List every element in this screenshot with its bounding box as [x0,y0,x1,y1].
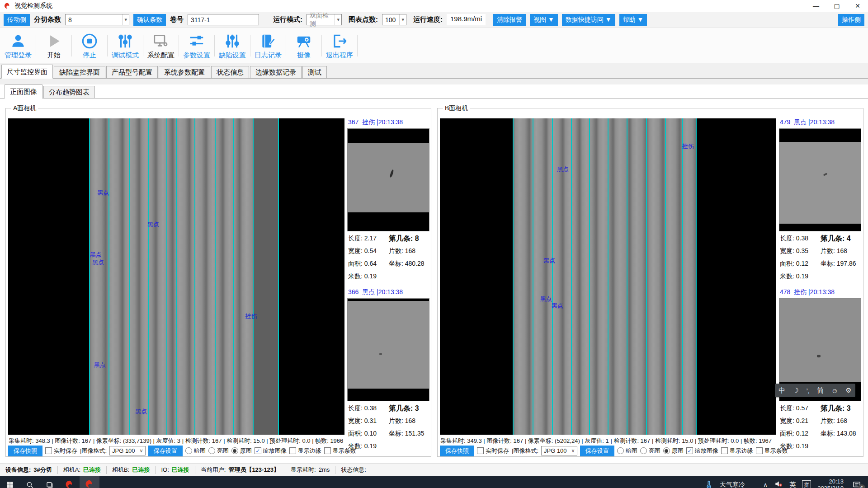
realtime-save-checkbox[interactable]: 实时保存 [45,447,77,455]
toolbar-item-defect-settings[interactable]: 缺陷设置 [215,30,250,62]
zoom-image-checkbox[interactable]: ✓缩放图像 [255,447,287,455]
tab-defect-monitor[interactable]: 缺陷监控界面 [54,66,105,78]
tab-status-info[interactable]: 状态信息 [211,66,249,78]
view-menu-button[interactable]: 视图 ▼ [530,14,558,26]
drive-side-button[interactable]: 传动侧 [4,14,30,26]
defect-list: 479 黑点 |20:13:38 长度: 0.38 第几条: 4 宽度: 0.3… [779,118,861,456]
radio-dark-image[interactable]: 暗图 [185,447,206,455]
save-settings-button[interactable]: 保存设置 [580,446,614,456]
radio-original-image[interactable]: 原图 [663,447,684,455]
taskbar-search-button[interactable] [20,476,40,488]
taskbar-time: 20:13 [817,478,844,485]
defect-card: 479 黑点 |20:13:38 长度: 0.38 第几条: 4 宽度: 0.3… [779,118,861,283]
save-snapshot-button[interactable]: 保存快照 [8,446,42,456]
toolbar-item-log-record[interactable]: 日志记录 [251,30,285,62]
camera-a-stats: 采集耗时: 348.3 | 图像计数: 167 | 像素坐标: (333,713… [9,437,346,445]
chart-points-label: 图表点数: [349,15,378,24]
run-speed-label: 运行速度: [413,15,443,24]
show-count-checkbox[interactable]: 显示条数 [756,447,788,455]
save-snapshot-button[interactable]: 保存快照 [440,446,474,456]
defect-mark [817,355,821,357]
toolbar-item-camera[interactable]: 摄像 [287,30,321,62]
film-strips-region [513,118,696,435]
clock[interactable]: 20:13 2025/2/10 [817,478,844,488]
data-access-menu-button[interactable]: 数据快捷访问 ▼ [562,14,615,26]
volume-muted-icon[interactable] [774,479,783,488]
tab-product-config[interactable]: 产品型号配置 [106,66,158,78]
radio-dark-image[interactable]: 暗图 [617,447,637,455]
toolbar-item-debug-mode[interactable]: 调试模式 [108,30,142,62]
tab-test[interactable]: 测试 [302,66,327,78]
defect-overlay-label: 黑点 [147,221,159,229]
defect-width: 宽度: 0.54 [348,247,389,255]
defect-overlay-label: 黑点 [543,257,555,265]
ime-settings-gear-icon[interactable]: ⚙ [845,386,851,394]
toolbar-item-parameter-settings[interactable]: 参数设置 [179,30,214,62]
strip-boundary-line [253,118,254,435]
chart-points-select[interactable]: 100 ▾ [382,14,406,25]
vision-app-icon [65,480,75,488]
image-format-select[interactable]: JPG 100∨ [109,446,146,455]
subtab-front-image[interactable]: 正面图像 [5,84,42,99]
language-indicator[interactable]: 英 [789,481,796,488]
tray-expand-chevron[interactable]: ∧ [763,481,768,488]
toolbar-item-exit[interactable]: 退出程序 [322,30,357,62]
strip-boundary-line [696,118,697,435]
toolbar-item-stop[interactable]: 停止 [72,30,107,62]
strip-boundary-line [513,118,514,435]
radio-bright-image[interactable]: 亮图 [640,447,660,455]
defect-card: 367 挫伤 |20:13:38 长度: 2.17 第几条: 8 宽度: 0.5… [347,118,429,283]
save-settings-button[interactable]: 保存设置 [148,446,183,456]
show-count-checkbox[interactable]: 显示条数 [324,447,356,455]
defect-card: 478 挫伤 |20:13:38 长度: 0.57 第几条: 3 宽度: 0.2… [779,288,861,453]
taskbar-app-vision-system-active[interactable] [80,476,99,488]
strip-boundary-line [108,118,109,435]
ime-punctuation-icon[interactable]: ’, [806,387,810,394]
maximize-button[interactable]: ▢ [826,0,847,12]
toolbar-item-start[interactable]: 开始 [37,30,71,62]
toolbar-divider [179,35,179,56]
ime-simplified[interactable]: 简 [817,386,824,395]
minimize-button[interactable]: — [806,0,826,12]
device-info: 设备信息:3#分切 [0,466,57,474]
defect-strip-no: 第几条: 3 [821,404,861,413]
toolbar-item-admin-login[interactable]: 管理登录 [1,30,35,62]
realtime-save-checkbox[interactable]: 实时保存 [477,447,509,455]
toolbar-item-system-config[interactable]: 系统配置 [144,30,178,62]
zoom-image-checkbox[interactable]: ✓缩放图像 [686,447,718,455]
image-format-select[interactable]: JPG 100∨ [541,446,577,455]
ime-fullwidth-moon-icon[interactable]: ☽ [793,386,799,394]
strip-boundary-line [589,118,590,435]
clear-alarm-button[interactable]: 清除报警 [493,14,526,26]
taskbar-app-vision-system[interactable] [60,476,80,488]
tab-edge-data[interactable]: 边缘数据记录 [250,66,302,78]
defect-meters: 米数: 0.19 [780,272,821,281]
camera-b-title: B面相机 [443,104,470,113]
confirm-count-button[interactable]: 确认条数 [133,14,166,26]
ime-indicator[interactable]: 拼 [802,480,811,488]
tab-system-params[interactable]: 系统参数配置 [159,66,210,78]
slit-count-select[interactable]: 8 ▾ [65,14,129,25]
weather-status[interactable]: 天气寒冷 [720,481,745,488]
ime-emoji-icon[interactable]: ☺ [831,387,838,394]
tab-size-monitor[interactable]: 尺寸监控界面 [1,65,53,79]
radio-original-image[interactable]: 原图 [231,447,252,455]
run-mode-select[interactable]: 双面检测 ▾ [307,14,342,25]
close-button[interactable]: ✕ [847,0,868,12]
radio-bright-image[interactable]: 亮图 [208,447,229,455]
ime-mode-chinese[interactable]: 中 [778,386,785,395]
show-edges-checkbox[interactable]: 显示边缘 [721,447,753,455]
start-button[interactable] [0,476,20,488]
operator-side-button[interactable]: 操作侧 [838,14,864,26]
camera-a-connection: 相机A:已连接 [58,466,106,474]
task-view-button[interactable] [40,476,60,488]
show-edges-checkbox[interactable]: 显示边缘 [289,447,321,455]
camera-b-controls: 保存快照 实时保存 |图像格式: JPG 100∨ 保存设置 暗图 亮图 原图 … [440,446,778,456]
help-menu-button[interactable]: 帮助 ▼ [619,14,647,26]
camera-a-live-image[interactable]: 黑点黑点黑点黑点挫伤黑点黑点 [8,118,344,435]
camera-b-live-image[interactable]: 挫伤黑点黑点黑点黑点 [440,118,776,435]
windows-logo-icon [6,481,14,488]
roll-number-input[interactable] [188,14,259,25]
notification-center-button[interactable]: 6 [850,478,863,488]
subtab-distribution-chart[interactable]: 分布趋势图表 [43,86,95,98]
